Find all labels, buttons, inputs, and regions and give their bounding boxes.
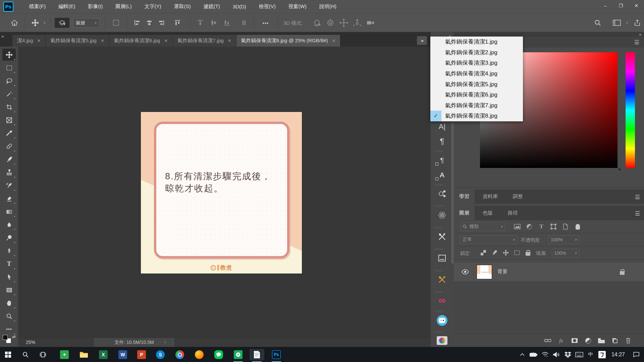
paragraph-styles-panel-icon[interactable]: ¶ (431, 154, 453, 167)
battery-icon[interactable] (528, 347, 539, 362)
zoom-tool[interactable] (2, 310, 16, 322)
menu-file[interactable]: 檔案(F) (23, 0, 52, 13)
filter-toggle-pin[interactable] (573, 223, 582, 231)
maximize-button[interactable]: ❐ (613, 0, 629, 11)
taskbar-notepad-active[interactable] (250, 349, 264, 360)
align-left-icon[interactable] (132, 18, 142, 28)
align-right-icon[interactable] (156, 18, 166, 28)
taskbar-chrome[interactable] (172, 349, 187, 360)
distribute-middle-icon[interactable] (209, 18, 219, 28)
robot-plugin-panel-icon[interactable] (431, 314, 453, 327)
share-panel-icon[interactable] (431, 187, 453, 200)
new-group-icon[interactable] (596, 336, 606, 345)
menu-image[interactable]: 影像(I) (82, 0, 109, 13)
panel-menu-icon[interactable]: ☰ (635, 194, 640, 201)
tab-adjustments[interactable]: 調整 (507, 189, 528, 204)
eyedropper-tool[interactable] (2, 127, 16, 139)
timeline-panel-icon[interactable] (431, 251, 453, 265)
canvas-area[interactable]: 8.所有清潔步驟完成後， 晾乾才收起。 教煮 (18, 47, 430, 338)
close-tab-icon[interactable]: ✕ (332, 38, 335, 43)
dock-scrollbar[interactable] (451, 123, 454, 263)
zoom-level-field[interactable]: 25% (26, 340, 35, 345)
panel-menu-icon[interactable]: ☰ (635, 210, 640, 217)
tab-overflow-menu-button[interactable]: » (417, 36, 427, 45)
workspace-chevron-icon[interactable]: ˅ (625, 18, 630, 28)
menu-view[interactable]: 檢視(V) (253, 0, 282, 13)
menu-3d[interactable]: 3D(D) (226, 0, 253, 13)
threed-roll-icon[interactable] (325, 18, 336, 28)
more-options-button[interactable]: ••• (259, 18, 272, 28)
volume-icon[interactable] (551, 347, 562, 362)
taskbar-line[interactable] (211, 349, 226, 360)
tab-file-4[interactable]: 潔4.jpg ✕ (12, 35, 46, 47)
align-center-horizontal-icon[interactable] (144, 18, 154, 28)
blend-mode-dropdown[interactable]: 正常˅ (460, 235, 517, 244)
tray-chevron-up-icon[interactable] (517, 347, 528, 362)
fill-field[interactable]: 100%˅ (552, 249, 579, 257)
threed-drag-icon[interactable] (338, 18, 350, 28)
history-brush-tool[interactable] (2, 179, 16, 191)
taskbar-powerpoint[interactable]: P (134, 349, 149, 360)
minimize-button[interactable]: – (598, 0, 613, 11)
collapse-dock-icon[interactable]: » (639, 32, 641, 37)
taskbar-file-explorer[interactable] (76, 349, 91, 360)
distribute-top-icon[interactable] (195, 18, 205, 28)
menu-select[interactable]: 選取(S) (168, 0, 197, 13)
dodge-tool[interactable] (2, 232, 16, 244)
taskbar-video-player[interactable] (231, 349, 246, 360)
workspace-switcher-icon[interactable] (611, 18, 623, 28)
lock-pixels-icon[interactable] (491, 249, 499, 256)
eraser-tool[interactable] (2, 192, 16, 204)
lock-position-icon[interactable] (502, 249, 510, 256)
menu-type[interactable]: 文字(Y) (138, 0, 168, 13)
tab-libraries[interactable]: 資料庫 (477, 189, 503, 204)
layer-filter-type-select[interactable]: 種類 ˅ (460, 222, 505, 231)
align-top-icon[interactable] (172, 18, 182, 28)
taskbar-excel[interactable]: X (96, 349, 111, 360)
taskbar-photoshop[interactable]: Ps (269, 349, 284, 360)
blur-tool[interactable] (2, 219, 16, 231)
close-tab-icon[interactable]: ✕ (228, 38, 231, 43)
filter-smart-objects-icon[interactable] (561, 223, 570, 231)
layer-visibility-icon[interactable] (461, 269, 469, 275)
hue-slider[interactable] (626, 52, 635, 168)
close-button[interactable]: ✕ (629, 0, 644, 11)
distribute-bottom-icon[interactable] (222, 18, 232, 28)
lock-transparency-icon[interactable] (479, 249, 487, 256)
tab-paths[interactable]: 路徑 (502, 206, 523, 220)
menu-item-file-4[interactable]: 氣炸鍋保養清潔4.jpg (430, 68, 523, 79)
menu-item-file-8-checked[interactable]: ✓ 氣炸鍋保養清潔8.jpg (430, 111, 523, 121)
move-tool-option-icon[interactable] (30, 18, 41, 28)
cook-plugin-panel-icon[interactable] (431, 230, 453, 243)
science-panel-icon[interactable] (431, 208, 453, 222)
hand-tool[interactable] (2, 297, 16, 309)
swap-colors-icon[interactable]: ⇄ (12, 334, 16, 339)
taskbar-skype[interactable]: S (153, 349, 168, 360)
auto-select-target-dropdown[interactable]: 圖層˅ (73, 18, 99, 27)
menu-help[interactable]: 說明(H) (313, 0, 343, 13)
close-tab-icon[interactable]: ✕ (101, 38, 104, 43)
layer-effects-icon[interactable]: fx (556, 336, 566, 345)
taskbar-word[interactable]: W (115, 349, 130, 360)
healing-brush-tool[interactable] (2, 140, 16, 152)
menu-item-file-2[interactable]: 氣炸鍋保養清潔2.jpg (430, 47, 523, 58)
taskbar-search-button[interactable] (17, 347, 34, 362)
frame-tool[interactable] (2, 114, 16, 126)
edit-toolbar-button[interactable]: ••• (2, 323, 16, 335)
filter-pixel-layers-icon[interactable] (513, 223, 522, 231)
tab-file-5[interactable]: 氣炸鍋保養清潔5.jpg ✕ (46, 35, 109, 47)
lasso-tool[interactable] (2, 75, 16, 87)
brush-tool[interactable] (2, 153, 16, 165)
dropbox-icon[interactable] (562, 347, 574, 362)
threed-camera-icon[interactable] (365, 18, 376, 28)
move-tool[interactable] (2, 49, 16, 61)
character-panel-icon[interactable]: A| (431, 120, 453, 133)
wifi-icon[interactable] (539, 347, 551, 362)
pen-tool[interactable] (2, 245, 16, 257)
menu-filter[interactable]: 濾鏡(T) (197, 0, 226, 13)
panel-menu-icon[interactable]: ☰ (634, 39, 639, 46)
infinity-plugin-panel-icon[interactable]: ∞ (431, 294, 453, 307)
clone-stamp-tool[interactable] (2, 166, 16, 178)
task-view-button[interactable] (35, 347, 51, 362)
shape-tool[interactable] (2, 284, 16, 296)
